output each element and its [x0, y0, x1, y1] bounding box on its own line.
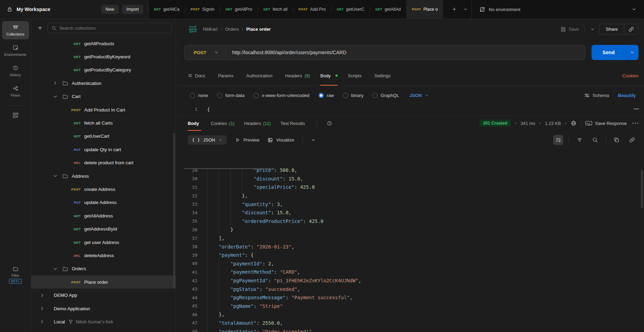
request-tab[interactable]: GET getAllPro [220, 0, 258, 19]
body-mode-option[interactable]: raw [319, 93, 334, 98]
tree-row[interactable]: Cart [31, 90, 176, 103]
request-tab-item[interactable]: Authorization [246, 66, 275, 86]
tree-row[interactable]: GET getAddressById [31, 222, 176, 235]
wrap-text-icon[interactable] [553, 135, 563, 145]
more-options-icon[interactable] [632, 123, 638, 124]
url-input[interactable]: http://localhost:8080/api/order/users/pa… [226, 50, 353, 55]
tree-row[interactable]: POST Add Product In Cart [31, 103, 176, 116]
sidebar-item-history[interactable]: History [2, 62, 29, 80]
chevron-right-icon[interactable] [52, 266, 58, 272]
sidebar-item-flows[interactable]: Flows [2, 82, 29, 100]
save-response-button[interactable]: e.g. Save Response [585, 120, 627, 126]
request-tab-item[interactable]: Docs [188, 66, 208, 86]
import-button[interactable]: Import [122, 5, 143, 14]
editor-scrollbar-handle[interactable] [634, 108, 639, 109]
sidebar-scrollbar[interactable] [173, 133, 175, 288]
viewer-options-chevron-icon[interactable] [311, 138, 316, 143]
tree-row[interactable]: GET getProductByKeyword [31, 50, 176, 63]
network-globe-icon[interactable] [570, 120, 577, 126]
environment-selector[interactable]: No environment [471, 0, 644, 19]
vertical-scrollbar[interactable] [641, 170, 643, 208]
link-response-icon[interactable] [627, 135, 637, 145]
chevron-right-icon[interactable] [52, 94, 58, 99]
new-button[interactable]: New [101, 5, 119, 14]
radio-icon[interactable] [217, 93, 222, 98]
copy-response-icon[interactable] [612, 135, 622, 145]
request-tab[interactable]: POST Add Pro [293, 0, 331, 19]
response-tab-item[interactable]: Test Results [281, 116, 307, 131]
tree-row[interactable]: Local Nitish Kumar's fork [31, 315, 176, 328]
body-mode-option[interactable]: GraphQL [372, 93, 399, 98]
send-button[interactable]: Send [592, 45, 626, 60]
tab-options-chevron-icon[interactable] [460, 0, 471, 19]
chevron-right-icon[interactable] [39, 319, 45, 324]
save-button[interactable]: Save [560, 27, 579, 32]
request-tab[interactable]: POST Place o [406, 0, 443, 19]
request-tab-item[interactable]: Params [218, 66, 236, 86]
sidebar-item-collections[interactable]: Collections [2, 21, 29, 39]
response-tab-item[interactable]: Headers (11) [244, 116, 271, 131]
tree-row[interactable]: Authentication [31, 77, 176, 90]
preview-button[interactable]: Preview [235, 137, 259, 143]
save-options-chevron-icon[interactable] [590, 27, 595, 32]
raw-language-selector[interactable]: JSON [409, 93, 429, 98]
tree-row[interactable]: POST create Address [31, 183, 176, 196]
tree-row[interactable]: GET get user Address [31, 236, 176, 249]
request-tab[interactable]: GET getAllAd [370, 0, 407, 19]
search-collections-input[interactable] [59, 26, 168, 31]
cookies-link[interactable]: Cookies [622, 73, 638, 78]
beautify-button[interactable]: Beautify [618, 93, 636, 98]
format-selector[interactable]: { } JSON [188, 135, 227, 145]
body-mode-option[interactable]: binary [343, 93, 363, 98]
filter-icon[interactable] [575, 135, 585, 145]
tree-row[interactable]: GET getUserCart [31, 130, 176, 143]
tree-row[interactable]: DEMO App [31, 289, 176, 302]
tree-row[interactable]: Orders [31, 262, 176, 275]
chevron-right-icon[interactable] [39, 306, 45, 311]
radio-icon[interactable] [190, 93, 195, 98]
request-tab[interactable]: POST SignIn [185, 0, 220, 19]
horizontal-scrollbar[interactable] [184, 168, 275, 169]
tree-row[interactable]: PUT update Qty in cart [31, 143, 176, 156]
tree-row[interactable]: GET getProductByCategory [31, 64, 176, 77]
tree-row[interactable]: GET getAllAddress [31, 209, 176, 222]
body-mode-option[interactable]: none [190, 93, 208, 98]
chevron-right-icon[interactable] [52, 173, 58, 179]
response-tab-item[interactable]: Cookies (1) [211, 116, 235, 131]
request-tab[interactable]: GET fetch all [258, 0, 293, 19]
workspace-title[interactable]: My Workspace [17, 7, 98, 12]
breadcrumb-collection[interactable]: NitiKart [203, 27, 218, 32]
radio-icon[interactable] [372, 93, 378, 98]
sidebar-item-environments[interactable]: Environments [2, 41, 29, 60]
tree-row[interactable]: GET fetch all Carts [31, 116, 176, 129]
request-tab-item[interactable]: Body [320, 66, 338, 86]
response-tab-item[interactable]: Body [188, 116, 201, 131]
response-body-viewer[interactable]: 29"price": 500.0,30"discount": 15.0,31"s… [176, 168, 644, 332]
method-selector[interactable]: POST [185, 50, 226, 55]
search-response-icon[interactable] [590, 135, 600, 145]
share-button[interactable]: Share [599, 24, 624, 34]
tree-row[interactable]: DEL deleteAddress [31, 249, 176, 262]
breadcrumb-folder[interactable]: Orders [225, 27, 239, 32]
tree-row[interactable]: DEL delete product from cart [31, 156, 176, 169]
chevron-right-icon[interactable] [39, 293, 45, 298]
request-body-editor[interactable]: 1 { [176, 105, 644, 116]
request-tab[interactable]: GET getUserC [331, 0, 370, 19]
breadcrumb-request-name[interactable]: Place order [246, 27, 271, 32]
radio-icon[interactable] [254, 93, 259, 98]
tree-row[interactable]: Demo Application [31, 302, 176, 315]
new-tab-button[interactable]: + [449, 0, 460, 19]
tree-row[interactable]: PUT update Address [31, 196, 176, 209]
request-tab[interactable]: GET getAllCa [148, 0, 185, 19]
apps-blocks-icon[interactable] [9, 108, 22, 122]
search-collections-box[interactable] [48, 23, 172, 33]
radio-icon[interactable] [343, 93, 348, 98]
visualize-button[interactable]: Visualize [267, 137, 294, 143]
tree-row[interactable]: GET getAllProducts [31, 37, 176, 50]
tree-row[interactable]: POST Place order [31, 275, 176, 289]
copy-link-icon[interactable] [624, 24, 638, 34]
schema-button[interactable]: Schema [584, 92, 609, 98]
response-history-icon[interactable] [326, 120, 332, 126]
tree-row[interactable]: Address [31, 169, 176, 183]
add-collection-button[interactable]: + [37, 24, 43, 32]
